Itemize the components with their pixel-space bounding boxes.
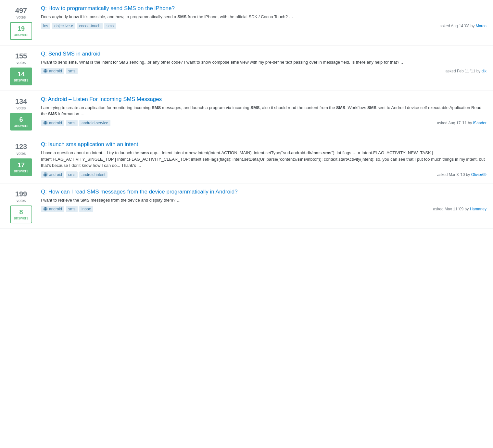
answer-label: answers: [14, 32, 29, 37]
answer-count: 8: [19, 208, 23, 216]
android-tag-icon: [43, 121, 48, 125]
vote-count: 123: [15, 143, 27, 151]
question-excerpt: I have a question about an intent... I t…: [41, 150, 487, 169]
vote-count: 134: [15, 97, 27, 106]
question-item: 134 votes 6 answers Q: Android – Listen …: [0, 91, 493, 136]
tag[interactable]: cocoa-touch: [77, 23, 103, 29]
tag[interactable]: sms: [104, 23, 116, 29]
question-item: 123 votes 17 answers Q: launch sms appli…: [0, 136, 493, 183]
vote-label: votes: [17, 106, 26, 110]
question-content: Q: launch sms application with an intent…: [41, 141, 487, 178]
answers-box: 17 answers: [10, 158, 32, 176]
vote-column: 134 votes 6 answers: [6, 96, 36, 131]
question-item: 199 votes 8 answers Q: How can I read SM…: [0, 183, 493, 229]
meta-info: asked Mar 3 '10 by Olivier69: [437, 172, 487, 177]
question-excerpt: I am trying to create an application for…: [41, 105, 487, 117]
vote-column: 123 votes 17 answers: [6, 141, 36, 176]
author-link[interactable]: djk: [482, 69, 487, 73]
tag[interactable]: sms: [66, 171, 78, 178]
tags-meta-row: androidsms asked Feb 11 '11 by djk: [41, 68, 487, 74]
question-title[interactable]: Q: How can I read SMS messages from the …: [41, 189, 487, 195]
tag[interactable]: android: [41, 120, 64, 126]
vote-column: 497 votes 19 answers: [6, 5, 36, 40]
vote-count: 497: [15, 6, 27, 15]
answers-box: 6 answers: [10, 113, 32, 131]
vote-label: votes: [17, 151, 26, 156]
android-tag-icon: [43, 172, 48, 177]
tag[interactable]: sms: [66, 120, 78, 126]
meta-info: asked May 11 '09 by Hamaney: [433, 207, 487, 211]
meta-info: asked Feb 11 '11 by djk: [446, 69, 487, 73]
vote-count: 155: [15, 52, 27, 60]
tags-meta-row: androidsmsandroid-service asked Aug 17 '…: [41, 120, 487, 126]
tag[interactable]: objective-c: [52, 23, 75, 29]
question-content: Q: How can I read SMS messages from the …: [41, 189, 487, 213]
question-title[interactable]: Q: Send SMS in android: [41, 51, 487, 57]
tag[interactable]: android-service: [79, 120, 110, 126]
tag[interactable]: android-intent: [79, 171, 107, 178]
question-content: Q: Android – Listen For Incoming SMS Mes…: [41, 96, 487, 126]
author-link[interactable]: Olivier69: [471, 172, 487, 177]
tags-meta-row: iosobjective-ccocoa-touchsms asked Aug 1…: [41, 23, 487, 29]
tags-container: androidsmsandroid-service: [41, 120, 110, 126]
vote-count: 199: [15, 190, 27, 198]
tag[interactable]: android: [41, 206, 64, 212]
tag[interactable]: android: [41, 171, 64, 178]
tag[interactable]: inbox: [79, 206, 93, 212]
vote-column: 155 votes 14 answers: [6, 51, 36, 85]
answer-label: answers: [14, 169, 29, 173]
answers-box: 8 answers: [10, 205, 32, 223]
vote-column: 199 votes 8 answers: [6, 189, 36, 223]
answer-label: answers: [14, 216, 29, 220]
question-title[interactable]: Q: How to programmatically send SMS on t…: [41, 5, 487, 12]
question-content: Q: How to programmatically send SMS on t…: [41, 5, 487, 29]
tags-container: iosobjective-ccocoa-touchsms: [41, 23, 116, 29]
question-title[interactable]: Q: launch sms application with an intent: [41, 141, 487, 148]
question-item: 155 votes 14 answers Q: Send SMS in andr…: [0, 45, 493, 91]
tag[interactable]: ios: [41, 23, 50, 29]
question-title[interactable]: Q: Android – Listen For Incoming SMS Mes…: [41, 96, 487, 103]
tags-container: androidsms: [41, 68, 78, 74]
android-tag-icon: [43, 69, 48, 73]
tags-container: androidsmsandroid-intent: [41, 171, 107, 178]
question-item: 497 votes 19 answers Q: How to programma…: [0, 0, 493, 45]
answer-count: 17: [18, 161, 25, 169]
author-link[interactable]: Hamaney: [470, 207, 487, 211]
question-excerpt: I want to retrieve the SMS messages from…: [41, 197, 487, 204]
tag[interactable]: sms: [66, 68, 78, 74]
answer-count: 19: [18, 25, 25, 32]
tags-container: androidsmsinbox: [41, 206, 93, 212]
question-excerpt: Does anybody know if it's possible, and …: [41, 14, 487, 20]
answers-box: 14 answers: [10, 68, 32, 85]
tag[interactable]: android: [41, 68, 64, 74]
answer-count: 14: [18, 70, 25, 78]
tag[interactable]: sms: [66, 206, 78, 212]
question-content: Q: Send SMS in android I want to send sm…: [41, 51, 487, 75]
meta-info: asked Aug 17 '11 by iShader: [437, 121, 487, 125]
meta-info: asked Aug 14 '08 by Marco: [440, 24, 487, 28]
vote-label: votes: [17, 198, 26, 203]
vote-label: votes: [17, 15, 26, 19]
tags-meta-row: androidsmsinbox asked May 11 '09 by Hama…: [41, 206, 487, 212]
question-excerpt: I want to send sms. What is the intent f…: [41, 59, 487, 66]
author-link[interactable]: Marco: [476, 24, 487, 28]
answer-label: answers: [14, 123, 29, 128]
android-tag-icon: [43, 207, 48, 211]
question-list: 497 votes 19 answers Q: How to programma…: [0, 0, 493, 229]
answer-count: 6: [19, 116, 23, 123]
vote-label: votes: [17, 60, 26, 65]
author-link[interactable]: iShader: [473, 121, 487, 125]
tags-meta-row: androidsmsandroid-intent asked Mar 3 '10…: [41, 171, 487, 178]
answers-box: 19 answers: [10, 22, 32, 40]
answer-label: answers: [14, 78, 29, 82]
